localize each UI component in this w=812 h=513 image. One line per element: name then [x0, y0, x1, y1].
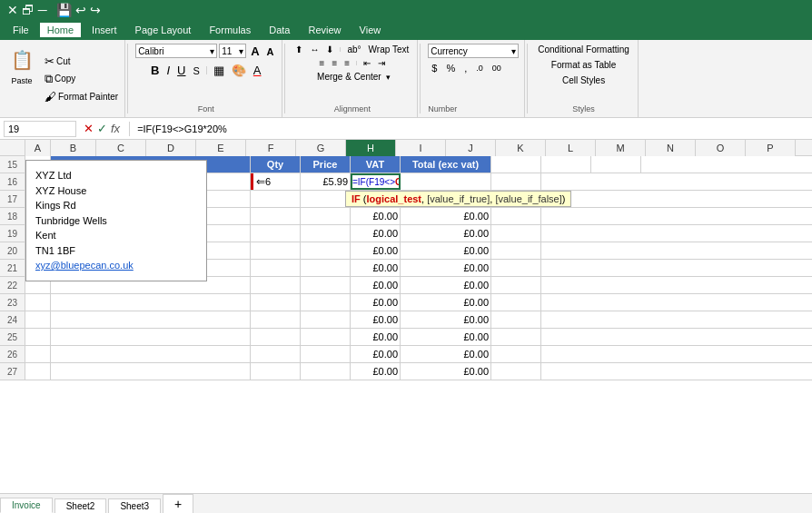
cell-a25[interactable] — [25, 329, 51, 345]
cell-h23[interactable]: £0.00 — [351, 294, 401, 311]
cell-f22[interactable] — [251, 277, 301, 293]
paste-button[interactable]: 📋 Paste — [4, 44, 40, 113]
col-header-o[interactable]: O — [696, 140, 746, 156]
col-header-d[interactable]: D — [146, 140, 196, 156]
ribbon-tab-review[interactable]: Review — [301, 23, 348, 37]
align-bottom-button[interactable]: ⬇ — [323, 44, 336, 55]
cell-i20[interactable]: £0.00 — [401, 242, 491, 259]
cell-i18[interactable]: £0.00 — [401, 208, 491, 224]
font-shrink-button[interactable]: A — [264, 44, 277, 59]
col-header-b[interactable]: B — [51, 140, 96, 156]
fill-color-button[interactable]: 🎨 — [229, 63, 249, 78]
sheet-tab-sheet3[interactable]: Sheet3 — [108, 498, 161, 513]
col-header-n[interactable]: N — [646, 140, 696, 156]
align-middle-button[interactable]: ↔ — [307, 44, 322, 55]
font-color-button[interactable]: A — [251, 63, 264, 78]
cell-g24[interactable] — [301, 311, 351, 328]
col-header-i[interactable]: I — [396, 140, 446, 156]
cell-i26[interactable]: £0.00 — [401, 346, 491, 362]
col-header-a[interactable]: A — [25, 140, 51, 156]
cell-j15[interactable] — [491, 156, 541, 173]
cell-i19[interactable]: £0.00 — [401, 225, 491, 242]
cell-i25[interactable]: £0.00 — [401, 329, 491, 345]
col-header-e[interactable]: E — [196, 140, 246, 156]
cell-l15[interactable] — [591, 156, 641, 173]
cell-h22[interactable]: £0.00 — [351, 277, 401, 293]
cell-h16[interactable]: =IF(F19<>G19*20% — [351, 173, 401, 190]
cell-g20[interactable] — [301, 242, 351, 259]
ribbon-tab-view[interactable]: View — [352, 23, 389, 37]
ribbon-tab-data[interactable]: Data — [262, 23, 297, 37]
cell-f17[interactable] — [251, 191, 301, 207]
col-header-f[interactable]: F — [246, 140, 296, 156]
percent-button[interactable]: % — [442, 62, 459, 74]
save-qa-btn[interactable]: 💾 — [56, 3, 72, 17]
cell-i22[interactable]: £0.00 — [401, 277, 491, 293]
cell-j27[interactable] — [491, 363, 541, 380]
col-header-m[interactable]: M — [596, 140, 646, 156]
indent-decrease-button[interactable]: ⇤ — [361, 57, 373, 69]
decrease-decimal-button[interactable]: 00 — [489, 63, 505, 74]
cell-g15[interactable]: Price — [301, 156, 351, 173]
cell-g26[interactable] — [301, 346, 351, 362]
cell-f15[interactable]: Qty — [251, 156, 301, 173]
cell-f21[interactable] — [251, 260, 301, 276]
cell-b26[interactable] — [51, 346, 251, 362]
cell-f16[interactable]: ⇐ 6 — [251, 173, 301, 190]
col-header-l[interactable]: L — [546, 140, 596, 156]
cell-g18[interactable] — [301, 208, 351, 224]
cell-h20[interactable]: £0.00 — [351, 242, 401, 259]
cell-j22[interactable] — [491, 277, 541, 293]
align-center-button[interactable]: ≡ — [329, 57, 340, 69]
align-left-button[interactable]: ≡ — [317, 57, 328, 69]
cell-a23[interactable] — [25, 294, 51, 311]
italic-button[interactable]: I — [163, 63, 173, 78]
wrap-text-button[interactable]: Wrap Text — [366, 44, 412, 55]
col-header-j[interactable]: J — [446, 140, 496, 156]
cell-h27[interactable]: £0.00 — [351, 363, 401, 380]
cell-h19[interactable]: £0.00 — [351, 225, 401, 242]
cell-f25[interactable] — [251, 329, 301, 345]
bold-button[interactable]: B — [148, 63, 162, 78]
col-header-g[interactable]: G — [296, 140, 346, 156]
cell-j20[interactable] — [491, 242, 541, 259]
cell-g25[interactable] — [301, 329, 351, 345]
cell-f20[interactable] — [251, 242, 301, 259]
cell-i16[interactable] — [401, 173, 491, 190]
ribbon-tab-page-layout[interactable]: Page Layout — [128, 23, 199, 37]
formula-input[interactable] — [134, 123, 808, 134]
cell-h21[interactable]: £0.00 — [351, 260, 401, 276]
add-sheet-button[interactable]: + — [163, 494, 193, 513]
cell-i15[interactable]: Total (exc vat) — [401, 156, 491, 173]
font-name-selector[interactable]: Calibri ▾ — [135, 44, 217, 58]
cell-h24[interactable]: £0.00 — [351, 311, 401, 328]
align-top-button[interactable]: ⬆ — [292, 44, 305, 55]
cell-f26[interactable] — [251, 346, 301, 362]
ribbon-tab-file[interactable]: File — [5, 23, 36, 37]
cell-b23[interactable] — [51, 294, 251, 311]
merge-center-dropdown[interactable]: ▾ — [386, 73, 391, 82]
format-painter-button[interactable]: 🖌 Format Painter — [42, 89, 121, 104]
cell-j18[interactable] — [491, 208, 541, 224]
cell-g27[interactable] — [301, 363, 351, 380]
cell-ref-box[interactable]: 19 — [4, 121, 76, 137]
cell-g22[interactable] — [301, 277, 351, 293]
copy-button[interactable]: ⧉ Copy — [42, 71, 121, 87]
col-header-p[interactable]: P — [746, 140, 796, 156]
redo-qa-btn[interactable]: ↪ — [90, 3, 101, 17]
cell-h25[interactable]: £0.00 — [351, 329, 401, 345]
cell-j21[interactable] — [491, 260, 541, 276]
border-button[interactable]: ▦ — [211, 63, 227, 78]
sheet-tab-invoice[interactable]: Invoice — [0, 498, 53, 513]
font-size-selector[interactable]: 11 ▾ — [219, 44, 246, 58]
number-format-selector[interactable]: Currency ▾ — [428, 44, 519, 58]
cut-button[interactable]: ✂ Cut — [42, 54, 121, 69]
comma-button[interactable]: , — [460, 62, 470, 74]
cell-g19[interactable] — [301, 225, 351, 242]
align-right-button[interactable]: ≡ — [342, 57, 352, 69]
cell-h18[interactable]: £0.00 — [351, 208, 401, 224]
cell-i23[interactable]: £0.00 — [401, 294, 491, 311]
formula-fx-icon[interactable]: fx — [111, 122, 120, 135]
cell-j23[interactable] — [491, 294, 541, 311]
cell-g16[interactable]: £5.99 — [301, 173, 351, 190]
